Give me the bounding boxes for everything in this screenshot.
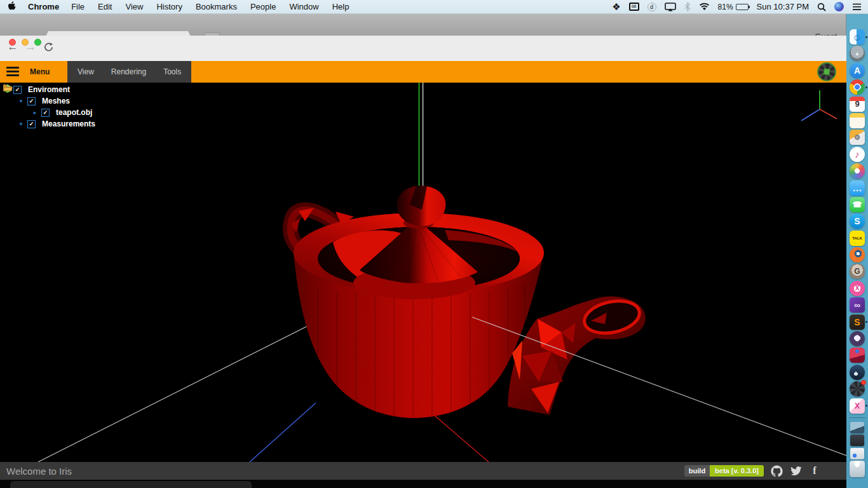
menubar-menus: FileEditViewHistoryBookmarksPeopleWindow… — [71, 2, 349, 11]
wifi-icon[interactable] — [699, 3, 710, 11]
running-indicator — [865, 321, 867, 323]
dock-icon-image-utility[interactable]: ⚙ — [846, 130, 868, 145]
tree-item-measurements[interactable]: ▾ ✓ Measurements — [18, 118, 95, 130]
zoom-window-button[interactable] — [34, 39, 41, 46]
dock-icon-blender[interactable] — [846, 247, 868, 262]
facebook-icon[interactable]: f — [808, 464, 821, 477]
dock-icon-messages[interactable]: … — [846, 180, 868, 196]
dock-icon-chrome[interactable] — [846, 79, 868, 95]
twitter-icon[interactable] — [789, 464, 802, 477]
reload-button[interactable] — [41, 42, 56, 55]
siri-icon[interactable] — [834, 2, 844, 11]
menubar-window[interactable]: Window — [289, 2, 318, 11]
scene-canvas[interactable] — [0, 83, 846, 462]
statusbar-right: build beta [v. 0.3.0] f — [684, 464, 846, 477]
chrome-tabbar: IRIS Viewer - [v. 0.3.0 - Beta] × Guest — [0, 14, 846, 36]
dock-icon-facetime[interactable]: ☎ — [846, 197, 868, 212]
dock-icon-calendar[interactable]: 9 — [846, 97, 868, 112]
dock-icon-aperture-app[interactable] — [846, 381, 868, 396]
tree-item-label[interactable]: Measurements — [42, 119, 95, 128]
window-controls — [9, 39, 41, 46]
chrome-toolbar: ← → i file:///Users/rtroe/Documents/GitH… — [0, 36, 846, 61]
desktop-strip: ☺ ▲ A — [846, 14, 868, 488]
menubar-people[interactable]: People — [250, 2, 276, 11]
dock-minimized-window-1[interactable] — [846, 422, 868, 433]
dock-minimized-window-3[interactable] — [846, 448, 868, 459]
battery-icon — [736, 4, 749, 10]
dock-icon-xamarin-studio[interactable]: X — [846, 398, 868, 414]
dock-icon-visual-studio[interactable]: ∞ — [846, 297, 868, 313]
tree-item-label[interactable]: Meshes — [42, 97, 70, 105]
menubar-help[interactable]: Help — [332, 2, 349, 11]
dock-icon-github-desktop[interactable] — [846, 331, 868, 346]
dock: ☺ ▲ A — [846, 29, 868, 479]
menubar-file[interactable]: File — [71, 2, 85, 11]
spotlight-icon[interactable] — [817, 3, 826, 11]
tree-checkbox[interactable]: ✓ — [41, 109, 50, 117]
dock-icon-kakaotalk[interactable]: TALK — [846, 231, 868, 246]
bluetooth-icon[interactable] — [684, 2, 691, 11]
running-indicator — [865, 405, 867, 407]
github-icon[interactable] — [770, 464, 783, 477]
tree-item-teapot-obj[interactable]: ▸ ✓ teapot.obj — [32, 107, 95, 118]
dock-icon-notes[interactable] — [846, 113, 868, 128]
dock-icon-launchpad[interactable]: ▲ — [846, 46, 868, 61]
battery-indicator[interactable]: 81% — [718, 3, 749, 11]
menubar-edit[interactable]: Edit — [98, 2, 112, 11]
apple-menu-icon[interactable] — [8, 1, 16, 13]
dock-icon-xamarin[interactable]: X — [846, 281, 868, 296]
ribbon-tabs: ViewRenderingTools — [67, 61, 191, 83]
tree-checkbox[interactable]: ✓ — [27, 97, 36, 105]
notification-center-icon[interactable] — [852, 3, 862, 11]
tree-expander-icon[interactable]: ▸ — [32, 109, 38, 116]
running-indicator — [865, 36, 867, 38]
macos-menubar: Chrome FileEditViewHistoryBookmarksPeopl… — [0, 0, 868, 14]
dock-trash[interactable] — [846, 461, 868, 477]
dock-icon-skype[interactable]: S — [846, 214, 868, 229]
dock-minimized — [846, 422, 868, 479]
menu-button[interactable]: Menu — [30, 61, 50, 83]
dock-icon-app-store[interactable]: A — [846, 63, 868, 78]
menubar-clock[interactable]: Sun 10:37 PM — [757, 2, 809, 11]
dock-icon-steam[interactable] — [846, 365, 868, 380]
iris-logo-icon — [817, 62, 836, 81]
status-bubble — [10, 481, 252, 488]
dock-icon-finder[interactable]: ☺ — [846, 29, 868, 44]
dock-icon-photos[interactable] — [846, 163, 868, 179]
viewport-3d[interactable]: ▾ ✓ Enviroment ▾ ✓ — [0, 83, 846, 462]
menubar-view[interactable]: View — [125, 2, 143, 11]
dock-icon-gimp[interactable]: G — [846, 264, 868, 279]
circle-d-icon[interactable]: d — [648, 3, 656, 11]
hamburger-menu-icon[interactable] — [6, 67, 19, 78]
tree-item-label[interactable]: teapot.obj — [56, 108, 92, 117]
teapot-model[interactable] — [290, 186, 646, 419]
tree-expander-icon[interactable]: ▾ — [18, 121, 24, 127]
tree-item-enviroment[interactable]: ▾ ✓ Enviroment — [4, 84, 95, 95]
dock-icon-sublime-text[interactable]: S — [846, 315, 868, 330]
ribbon-tab-tools[interactable]: Tools — [163, 67, 181, 76]
minimize-window-button[interactable] — [22, 39, 29, 46]
menubar-bookmarks[interactable]: Bookmarks — [196, 2, 237, 11]
build-badge: build beta [v. 0.3.0] — [684, 465, 764, 477]
menubar-app-name[interactable]: Chrome — [28, 2, 59, 11]
close-window-button[interactable] — [9, 39, 16, 46]
status-message: Welcome to Iris — [0, 466, 72, 477]
menubar-history[interactable]: History — [156, 2, 182, 11]
running-indicator — [865, 86, 867, 88]
tree-item-meshes[interactable]: ▾ ✓ Meshes — [18, 95, 95, 107]
scene-tree: ▾ ✓ Enviroment ▾ ✓ — [3, 84, 95, 130]
notification-badge — [861, 380, 866, 385]
ribbon-tab-rendering[interactable]: Rendering — [111, 67, 146, 76]
dock-minimized-window-2[interactable] — [846, 435, 868, 446]
tree-expander-icon[interactable]: ▾ — [18, 98, 24, 104]
dock-icon-game-controller[interactable] — [846, 348, 868, 363]
tree-checkbox[interactable]: ✓ — [27, 120, 36, 128]
menubar-status-area: ❖ ✉ d 81% Sun 10:37 PM — [612, 1, 868, 13]
airplay-icon[interactable] — [665, 3, 676, 11]
tree-checkbox[interactable]: ✓ — [13, 86, 22, 94]
dropbox-icon[interactable]: ❖ — [612, 1, 620, 13]
tree-item-label[interactable]: Enviroment — [28, 85, 70, 94]
ribbon-tab-view[interactable]: View — [78, 67, 94, 76]
mail-icon[interactable]: ✉ — [629, 3, 639, 11]
dock-icon-itunes[interactable]: ♪ — [846, 147, 868, 162]
